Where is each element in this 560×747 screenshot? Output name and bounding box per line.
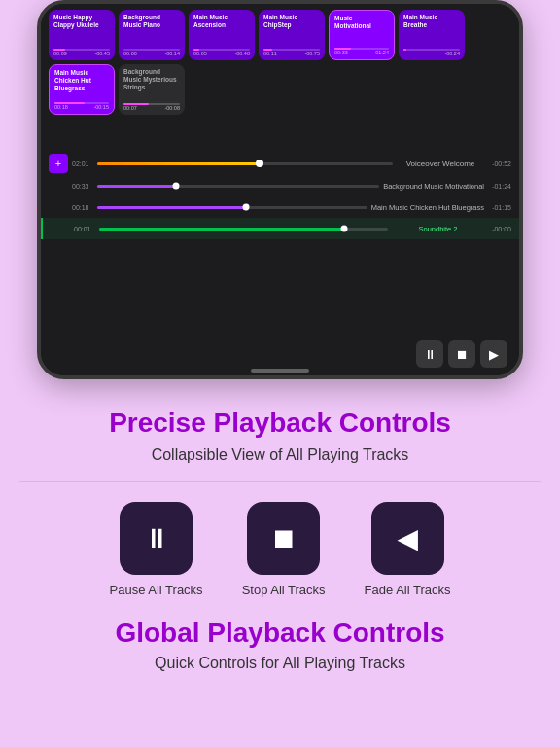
track-card-1[interactable]: Music Happy Clappy Ukulele 00:09 -00:45 xyxy=(49,10,115,60)
track-grid: Music Happy Clappy Ukulele 00:09 -00:45 … xyxy=(41,4,519,121)
track-card-6[interactable]: Main Music Breathe -00:24 xyxy=(399,10,465,60)
track-card-7[interactable]: Main Music Chicken Hut Bluegrass 00:18 -… xyxy=(49,64,115,115)
track-card-5[interactable]: Music Motivational 00:33 -01:24 xyxy=(329,10,395,60)
stop-transport-btn[interactable]: ⏹ xyxy=(448,340,475,368)
ipad-inner: Music Happy Clappy Ukulele 00:09 -00:45 … xyxy=(41,4,519,375)
pause-transport-btn[interactable]: ⏸ xyxy=(416,340,443,368)
stop-control: ⏹ Stop All Tracks xyxy=(242,502,326,597)
fade-control: ▶ Fade All Tracks xyxy=(365,502,451,597)
ipad-frame: Music Happy Clappy Ukulele 00:09 -00:45 … xyxy=(37,0,523,379)
global-title: Global Playback Controls xyxy=(29,619,531,649)
pause-control: ⏸ Pause All Tracks xyxy=(110,502,203,597)
timeline-label-chb: Main Music Chicken Hut Bluegrass xyxy=(371,203,484,212)
timeline-time-left-bgm: 00:33 xyxy=(72,183,93,190)
transport-controls: ⏸ ⏹ ▶ xyxy=(416,340,508,368)
timeline-time-left-sb2: 00:01 xyxy=(74,226,95,232)
pause-all-button[interactable]: ⏸ xyxy=(120,502,192,575)
timeline-time-right-chb: -01:15 xyxy=(488,204,511,211)
timeline-time-left-chb: 00:18 xyxy=(72,204,93,211)
precise-title: Precise Playback Controls xyxy=(29,409,531,439)
pause-icon: ⏸ xyxy=(143,522,170,554)
timeline-bar-chb[interactable] xyxy=(97,206,368,209)
cursor-button[interactable]: + xyxy=(49,154,68,173)
track-card-4[interactable]: Main Music ChipStep 00:11 -00:75 xyxy=(259,10,325,60)
divider xyxy=(19,481,541,482)
controls-row: ⏸ Pause All Tracks ⏹ Stop All Tracks ▶ F… xyxy=(0,502,560,597)
track-card-2[interactable]: Background Music Piano 00:00 -00:14 xyxy=(119,10,185,60)
stop-icon: ⏹ xyxy=(270,522,298,554)
stop-label: Stop All Tracks xyxy=(242,583,326,597)
track-card-8[interactable]: Background Music Mysterious Strings 00:0… xyxy=(119,64,185,115)
fade-label: Fade All Tracks xyxy=(365,583,451,597)
timeline-bar-main[interactable] xyxy=(97,162,393,165)
timeline-label-sb2: Soundbite 2 xyxy=(392,225,484,233)
timeline-row-sb2: 00:01 Soundbite 2 -00:00 xyxy=(41,218,519,239)
fade-icon: ▶ xyxy=(397,522,418,554)
timeline-time-right-main: -00:52 xyxy=(488,160,511,167)
global-section: Global Playback Controls Quick Controls … xyxy=(0,609,560,672)
device-section: Music Happy Clappy Ukulele 00:09 -00:45 … xyxy=(0,0,560,389)
global-subtitle: Quick Controls for All Playing Tracks xyxy=(29,655,531,672)
stop-all-button[interactable]: ⏹ xyxy=(247,502,320,575)
timeline-time-right-sb2: -00:00 xyxy=(488,226,511,232)
pause-label: Pause All Tracks xyxy=(110,583,203,597)
timeline-time-right-bgm: -01:24 xyxy=(488,183,511,190)
timeline-bar-sb2[interactable] xyxy=(99,228,388,231)
timeline-row-chb: 00:18 Main Music Chicken Hut Bluegrass -… xyxy=(41,196,519,218)
timeline-bar-bgm[interactable] xyxy=(97,185,379,188)
timeline-row-bgm: 00:33 Background Music Motivational -01:… xyxy=(41,175,519,196)
precise-subtitle: Collapsible View of All Playing Tracks xyxy=(29,446,531,464)
timeline-label-bgm: Background Music Motivational xyxy=(383,182,484,191)
timeline-time-left-main: 02:01 xyxy=(72,160,93,167)
play-transport-btn[interactable]: ▶ xyxy=(480,340,508,368)
track-card-3[interactable]: Main Music Ascension 00:05 -00:48 xyxy=(189,10,255,60)
home-indicator xyxy=(251,369,309,373)
precise-section: Precise Playback Controls Collapsible Vi… xyxy=(0,389,560,464)
fade-all-button[interactable]: ▶ xyxy=(371,502,444,575)
timeline-label-main: Voiceover Welcome xyxy=(397,160,484,168)
